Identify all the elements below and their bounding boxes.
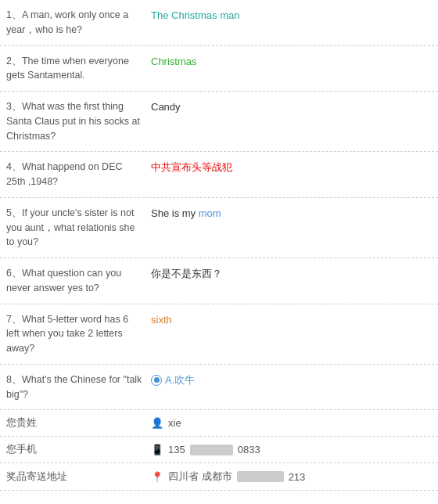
question-row-3: 3、What was the first thing Santa Claus p… (0, 92, 438, 152)
user-phone-blurred (190, 445, 233, 455)
user-address-row: 奖品寄送地址 四川省 成都市 213 (0, 463, 438, 491)
question-row-6: 6、What question can you never answer yes… (0, 258, 438, 304)
question-row-5: 5、If your uncle's sister is not you aunt… (0, 198, 438, 258)
user-lastname-row: 您贵姓 xie (0, 410, 438, 437)
answer-text-2: Christmas (151, 54, 432, 70)
question-text-1: 1、A man, work only once a year，who is he… (6, 8, 151, 38)
user-phone-suffix: 0833 (238, 444, 260, 455)
question-text-7: 7、What 5-letter word has 6 left when you… (6, 312, 151, 356)
question-row-2: 2、The time when everyone gets Santamenta… (0, 46, 438, 92)
user-phone-prefix: 135 (168, 444, 185, 455)
question-text-5: 5、If your uncle's sister is not you aunt… (6, 206, 151, 250)
answer-highlight-5: mom (199, 207, 221, 219)
question-row-1: 1、A man, work only once a year，who is he… (0, 0, 438, 46)
question-row-7: 7、What 5-letter word has 6 left when you… (0, 304, 438, 365)
question-text-2: 2、The time when everyone gets Santamenta… (6, 54, 151, 84)
question-text-3: 3、What was the first thing Santa Claus p… (6, 99, 151, 143)
radio-icon (151, 375, 162, 386)
user-lastname-text: xie (168, 417, 181, 429)
question-text-4: 4、What happend on DEC 25th ,1948? (6, 160, 151, 189)
question-row-4: 4、What happend on DEC 25th ,1948? 中共宣布头等… (0, 152, 438, 198)
answer-text-1: The Christmas man (151, 8, 432, 23)
user-address-label: 奖品寄送地址 (6, 470, 151, 484)
answer-label-8: A.吹牛 (165, 373, 195, 388)
answer-text-4: 中共宣布头等战犯 (151, 160, 432, 175)
phone-icon (151, 444, 163, 455)
user-address-blurred (237, 471, 284, 482)
answer-text-3: Candy (151, 99, 432, 115)
location-icon (151, 471, 163, 483)
user-phone-label: 您手机 (6, 443, 151, 456)
answer-text-7: sixth (151, 312, 432, 328)
question-row-8: 8、What's the Chinese for "talk big"? A.吹… (0, 365, 438, 411)
answer-text-6: 你是不是东西？ (151, 266, 432, 282)
user-lastname-label: 您贵姓 (6, 416, 151, 430)
person-icon (151, 417, 163, 429)
answer-text-5: She is my mom (151, 206, 432, 221)
user-phone-row: 您手机 135 0833 (0, 437, 438, 463)
user-address-value: 四川省 成都市 213 (151, 470, 432, 484)
user-lastname-value: xie (151, 417, 432, 429)
question-text-8: 8、What's the Chinese for "talk big"? (6, 373, 151, 402)
user-address-prefix: 四川省 成都市 (168, 470, 232, 484)
user-address-suffix: 213 (289, 471, 306, 483)
answer-text-8: A.吹牛 (151, 373, 432, 388)
question-text-6: 6、What question can you never answer yes… (6, 266, 151, 296)
user-phone-value: 135 0833 (151, 444, 432, 455)
